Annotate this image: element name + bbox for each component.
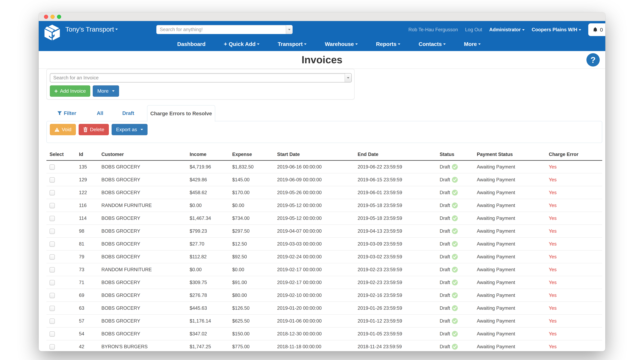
cell-end-date: 2019-01-26 23:59:59 <box>358 302 440 315</box>
brand-menu[interactable]: Tony's Transport <box>65 24 118 34</box>
status-text: Draft <box>440 267 450 273</box>
invoice-row: 116 RANDOM FURNITURE $0.00 $0.00 2019-05… <box>46 199 602 212</box>
nav-menu-item[interactable]: Warehouse <box>325 41 358 47</box>
row-select-checkbox[interactable] <box>50 267 55 273</box>
row-select-checkbox[interactable] <box>50 229 55 234</box>
cell-end-date: 2019-04-13 23:59:59 <box>358 225 440 238</box>
status-text: Draft <box>440 280 450 285</box>
app-window: Tony's Transport Search for anything! Ro… <box>39 12 605 351</box>
cell-charge-error: Yes <box>549 250 602 263</box>
warehouse-menu[interactable]: Coopers Plains W/H <box>532 27 581 32</box>
cell-status: Draft <box>440 212 477 225</box>
cell-start-date: 2019-02-10 00:00:00 <box>277 289 358 302</box>
cell-expense: $91.00 <box>232 276 277 289</box>
invoice-row: 73 RANDOM FURNITURE $0.00 $0.00 2019-02-… <box>46 263 602 276</box>
void-button[interactable]: Void <box>50 124 76 135</box>
row-select-checkbox[interactable] <box>50 190 55 195</box>
cell-expense: $145.00 <box>232 173 277 186</box>
row-select-checkbox[interactable] <box>50 280 55 285</box>
close-window-button[interactable] <box>44 15 48 19</box>
cell-id: 98 <box>79 225 102 238</box>
cell-expense: $12.50 <box>232 238 277 250</box>
cell-charge-error: Yes <box>549 212 602 225</box>
cell-status: Draft <box>440 199 477 212</box>
status-text: Draft <box>440 305 450 311</box>
cell-id: 135 <box>79 160 102 173</box>
cell-end-date: 2019-05-18 23:59:59 <box>358 199 440 212</box>
help-button[interactable]: ? <box>586 53 600 66</box>
col-expense: Expense <box>232 148 277 160</box>
invoice-row: 42 BYRON'S BURGERS $1,747.25 $775.00 201… <box>46 340 602 351</box>
check-circle-icon <box>452 331 458 337</box>
more-button[interactable]: More <box>93 85 119 97</box>
cell-status: Draft <box>440 160 477 173</box>
row-select-checkbox[interactable] <box>50 203 55 208</box>
nav-menu-item[interactable]: + Quick Add <box>224 41 260 47</box>
cell-expense: $150.00 <box>232 327 277 340</box>
nav-menu-item[interactable]: Transport <box>278 41 306 47</box>
cell-customer: RANDOM FURNITURE <box>102 263 190 276</box>
tab-filter[interactable]: Filter <box>57 105 76 121</box>
cell-status: Draft <box>440 327 477 340</box>
nav-menu-item[interactable]: More <box>464 41 481 47</box>
cell-payment-status: Awaiting Payment <box>477 250 549 263</box>
invoice-row: 135 BOBS GROCERY $4,719.96 $1,832.50 201… <box>46 160 602 173</box>
cell-income: $1,176.14 <box>190 315 232 327</box>
row-select-checkbox[interactable] <box>50 242 55 247</box>
cell-charge-error: Yes <box>549 315 602 327</box>
status-text: Draft <box>440 177 450 183</box>
cell-customer: BYRON'S BURGERS <box>102 340 190 351</box>
row-select-checkbox[interactable] <box>50 293 55 298</box>
cell-id: 81 <box>79 238 102 250</box>
cell-end-date: 2019-01-12 23:59:59 <box>358 315 440 327</box>
nav-menu-item-label: Warehouse <box>325 41 354 47</box>
cell-income: $458.62 <box>190 186 232 199</box>
global-search-input[interactable]: Search for anything! <box>156 25 292 34</box>
check-circle-icon <box>452 164 458 170</box>
cell-income: $0.00 <box>190 199 232 212</box>
notifications-button[interactable]: 0 <box>588 23 605 36</box>
zoom-window-button[interactable] <box>57 15 61 19</box>
cell-start-date: 2019-02-24 00:00:00 <box>277 250 358 263</box>
row-select-checkbox[interactable] <box>50 344 55 350</box>
cell-start-date: 2019-02-17 00:00:00 <box>277 263 358 276</box>
cell-end-date: 2019-01-05 23:59:59 <box>358 327 440 340</box>
cell-id: 122 <box>79 186 102 199</box>
minimize-window-button[interactable] <box>50 15 55 19</box>
user-name-link[interactable]: Rob Te-Hau Fergusson <box>408 27 458 32</box>
delete-button[interactable]: Delete <box>79 124 109 135</box>
cell-id: 57 <box>79 315 102 327</box>
cell-expense: $126.50 <box>232 302 277 315</box>
row-select-checkbox[interactable] <box>50 306 55 311</box>
tab-draft[interactable]: Draft <box>122 105 134 121</box>
row-select-checkbox[interactable] <box>50 254 55 260</box>
role-menu[interactable]: Administrator <box>489 27 524 32</box>
tab-all[interactable]: All <box>97 105 103 121</box>
row-select-checkbox[interactable] <box>50 164 55 170</box>
cell-charge-error: Yes <box>549 327 602 340</box>
row-select-checkbox[interactable] <box>50 319 55 324</box>
row-select-checkbox[interactable] <box>50 216 55 221</box>
cell-expense: $0.00 <box>232 199 277 212</box>
nav-menu-item[interactable]: Contacts <box>418 41 446 47</box>
tab-charge-errors-to-resolve[interactable]: Charge Errors to Resolve <box>147 105 215 122</box>
col-income: Income <box>190 148 232 160</box>
row-select-checkbox[interactable] <box>50 177 55 183</box>
nav-menu-item[interactable]: Reports <box>376 41 400 47</box>
cell-expense: $0.00 <box>232 263 277 276</box>
add-invoice-button[interactable]: + Add Invoice <box>50 85 90 97</box>
combo-arrow-icon[interactable] <box>286 25 292 34</box>
cell-start-date: 2018-12-30 00:00:00 <box>277 327 358 340</box>
nav-menu-item-label: Transport <box>278 41 303 47</box>
row-select-checkbox[interactable] <box>50 331 55 337</box>
combo-arrow-icon[interactable] <box>344 73 352 82</box>
logout-link[interactable]: Log Out <box>465 27 482 32</box>
cell-income: $429.86 <box>190 173 232 186</box>
cell-charge-error: Yes <box>549 238 602 250</box>
notification-count-badge: 0 <box>600 27 603 33</box>
invoice-search-select[interactable]: Search for an Invoice <box>50 73 352 82</box>
nav-menu-item[interactable]: Dashboard <box>177 41 206 47</box>
cell-customer: BOBS GROCERY <box>102 276 190 289</box>
page-header: Invoices ? <box>39 51 605 69</box>
export-as-button[interactable]: Export as <box>112 124 148 135</box>
